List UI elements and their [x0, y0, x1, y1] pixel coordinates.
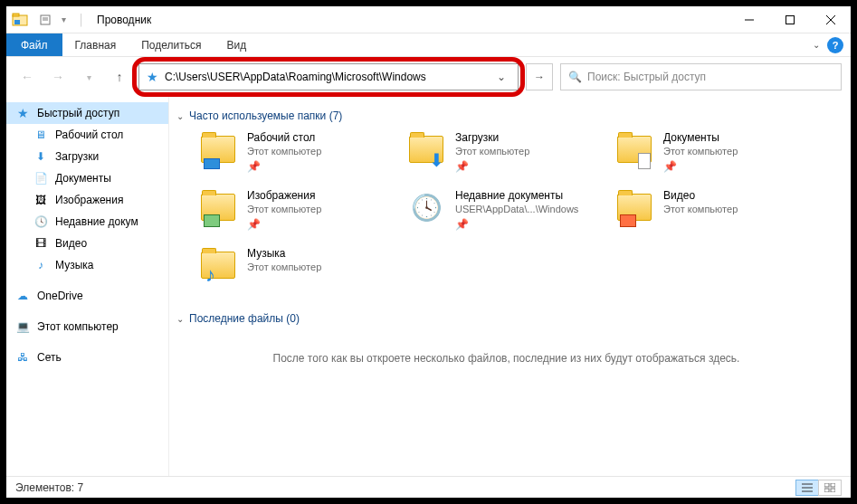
svg-rect-7 — [786, 15, 794, 24]
pin-icon: 📌 — [455, 160, 529, 173]
download-icon: ⬇ — [33, 149, 48, 164]
maximize-button[interactable] — [769, 6, 810, 33]
ribbon: Файл Главная Поделиться Вид ⌄ ? — [6, 33, 851, 57]
qat-properties-icon[interactable] — [37, 12, 53, 28]
forward-button[interactable]: → — [46, 65, 70, 89]
titlebar: ▾ │ Проводник — [6, 6, 851, 33]
sidebar-item-pictures[interactable]: 🖼 Изображения — [6, 189, 168, 211]
back-button[interactable]: ← — [15, 65, 39, 89]
navigation-pane: ★ Быстрый доступ 🖥 Рабочий стол ⬇ Загруз… — [6, 97, 169, 476]
tile-name: Документы — [663, 131, 738, 144]
sidebar-item-label: Документы — [55, 172, 111, 185]
file-tab[interactable]: Файл — [6, 33, 62, 56]
section-title: Последние файлы (0) — [189, 312, 300, 325]
sidebar-item-label: Изображения — [55, 194, 123, 206]
tile-sub: Этот компьютер — [663, 146, 738, 157]
tab-home[interactable]: Главная — [62, 33, 129, 56]
ribbon-expand-icon[interactable]: ⌄ — [813, 40, 820, 50]
tile-recent-documents[interactable]: 🕓 Недавние документы USER\AppData\...\Wi… — [406, 189, 596, 231]
tile-name: Рабочий стол — [247, 131, 321, 144]
tile-music[interactable]: ♪ Музыка Этот компьютер — [198, 247, 388, 283]
address-path[interactable]: C:\Users\USER\AppData\Roaming\Microsoft\… — [165, 71, 490, 83]
svg-rect-13 — [824, 483, 829, 487]
view-large-icons-button[interactable] — [818, 480, 842, 496]
sidebar-this-pc[interactable]: 💻 Этот компьютер — [6, 316, 168, 338]
sidebar-item-label: Рабочий стол — [55, 128, 123, 141]
sidebar-quick-access[interactable]: ★ Быстрый доступ — [6, 102, 168, 124]
pc-icon: 💻 — [15, 319, 30, 334]
section-frequent-folders[interactable]: ⌄ Часто используемые папки (7) — [176, 109, 836, 122]
sidebar-item-label: Музыка — [55, 259, 93, 271]
pin-icon: 📌 — [247, 218, 321, 231]
close-button[interactable] — [810, 6, 851, 33]
sidebar-item-music[interactable]: ♪ Музыка — [6, 254, 168, 276]
pin-icon: 📌 — [247, 160, 321, 173]
address-dropdown-icon[interactable]: ⌄ — [490, 71, 512, 83]
status-item-count: Элементов: 7 — [15, 481, 83, 494]
body: ★ Быстрый доступ 🖥 Рабочий стол ⬇ Загруз… — [6, 97, 851, 476]
sidebar-item-documents[interactable]: 📄 Документы — [6, 167, 168, 189]
tile-sub: Этот компьютер — [247, 262, 321, 272]
sidebar-label: Этот компьютер — [37, 320, 119, 333]
sidebar-item-label: Видео — [55, 237, 87, 250]
tile-sub: USER\AppData\...\Windows — [455, 204, 578, 214]
svg-rect-2 — [14, 20, 20, 24]
qat-dropdown-icon[interactable]: ▾ — [55, 12, 71, 28]
sidebar-network[interactable]: 🖧 Сеть — [6, 347, 168, 368]
window-controls — [728, 6, 851, 33]
address-bar[interactable]: ★ C:\Users\USER\AppData\Roaming\Microsof… — [138, 63, 519, 90]
view-details-button[interactable] — [795, 480, 819, 496]
network-icon: 🖧 — [15, 350, 30, 365]
search-box[interactable]: 🔍 Поиск: Быстрый доступ — [560, 63, 842, 90]
quick-access-toolbar: ▾ │ — [33, 12, 90, 28]
sidebar-item-label: Недавние докум — [55, 215, 138, 228]
go-button[interactable]: → — [526, 63, 553, 90]
folder-icon — [198, 189, 238, 225]
tile-sub: Этот компьютер — [455, 146, 529, 157]
explorer-window: ▾ │ Проводник Файл Главная Поделиться Ви… — [0, 0, 857, 504]
sidebar-item-desktop[interactable]: 🖥 Рабочий стол — [6, 124, 168, 146]
quick-access-star-icon: ★ — [145, 70, 159, 84]
tile-name: Изображения — [247, 189, 321, 202]
pin-icon: 📌 — [455, 218, 578, 231]
sidebar-label: Быстрый доступ — [37, 107, 119, 119]
up-button[interactable]: ↑ — [108, 65, 131, 89]
tile-videos[interactable]: Видео Этот компьютер — [614, 189, 805, 231]
empty-recent-message: После того как вы откроете несколько фай… — [176, 334, 836, 383]
star-icon: ★ — [15, 106, 30, 120]
folder-icon: ⬇ — [406, 131, 446, 167]
tile-downloads[interactable]: ⬇ Загрузки Этот компьютер 📌 — [406, 131, 596, 173]
chevron-down-icon: ⌄ — [176, 111, 184, 121]
tile-pictures[interactable]: Изображения Этот компьютер 📌 — [198, 189, 388, 231]
video-icon: 🎞 — [33, 236, 48, 251]
tile-sub: Этот компьютер — [663, 204, 738, 214]
minimize-button[interactable] — [728, 6, 769, 33]
folder-icon — [198, 131, 238, 167]
sidebar-item-recent-docs[interactable]: 🕓 Недавние докум — [6, 211, 168, 233]
status-bar: Элементов: 7 — [6, 476, 851, 498]
recent-dropdown-icon[interactable]: ▾ — [77, 65, 100, 89]
section-recent-files[interactable]: ⌄ Последние файлы (0) — [176, 312, 836, 325]
svg-rect-16 — [831, 489, 835, 492]
tile-name: Загрузки — [455, 131, 529, 144]
tile-sub: Этот компьютер — [247, 146, 321, 157]
titlebar-app-icon — [6, 12, 33, 28]
navigation-bar: ← → ▾ ↑ ★ C:\Users\USER\AppData\Roaming\… — [6, 57, 851, 97]
tab-view[interactable]: Вид — [214, 33, 259, 56]
sidebar-item-videos[interactable]: 🎞 Видео — [6, 233, 168, 254]
sidebar-onedrive[interactable]: ☁ OneDrive — [6, 285, 168, 307]
tile-name: Видео — [663, 189, 738, 202]
sidebar-label: Сеть — [37, 351, 62, 364]
sidebar-item-downloads[interactable]: ⬇ Загрузки — [6, 146, 168, 167]
pin-icon: 📌 — [663, 160, 738, 173]
sidebar-label: OneDrive — [37, 290, 83, 302]
cloud-icon: ☁ — [15, 289, 30, 303]
help-icon[interactable]: ? — [827, 37, 843, 53]
chevron-down-icon: ⌄ — [176, 314, 184, 324]
tab-share[interactable]: Поделиться — [129, 33, 214, 56]
tile-desktop[interactable]: Рабочий стол Этот компьютер 📌 — [198, 131, 388, 173]
sidebar-item-label: Загрузки — [55, 150, 99, 163]
folder-icon — [614, 131, 654, 167]
section-title: Часто используемые папки (7) — [189, 109, 342, 122]
tile-documents[interactable]: Документы Этот компьютер 📌 — [614, 131, 805, 173]
